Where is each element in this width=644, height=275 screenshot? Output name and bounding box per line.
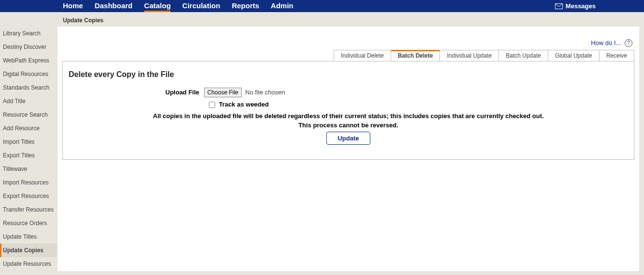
tab-individual-update[interactable]: Individual Update xyxy=(440,50,499,61)
messages-label: Messages xyxy=(566,2,596,10)
panel-title: Delete every Copy in the File xyxy=(69,70,628,79)
help-link[interactable]: How do I... xyxy=(591,39,621,46)
nav-circulation[interactable]: Circulation xyxy=(182,0,220,12)
mail-icon xyxy=(555,3,563,9)
update-button[interactable]: Update xyxy=(326,132,370,145)
top-nav-bar: Home Dashboard Catalog Circulation Repor… xyxy=(0,0,644,12)
breadcrumb: Update Copies xyxy=(0,12,644,27)
sidebar-item-import-titles[interactable]: Import Titles xyxy=(0,135,57,149)
nav-catalog[interactable]: Catalog xyxy=(144,0,171,12)
sidebar-item-resource-orders[interactable]: Resource Orders xyxy=(0,216,57,230)
batch-delete-panel: Delete every Copy in the File Upload Fil… xyxy=(62,61,634,160)
sidebar-item-digital-resources[interactable]: Digital Resources xyxy=(0,67,57,81)
file-status-text: No file chosen xyxy=(245,89,285,96)
main-content: How do I... ? Individual Delete Batch De… xyxy=(57,27,639,271)
subtabs: Individual Delete Batch Delete Individua… xyxy=(62,50,634,61)
nav-admin[interactable]: Admin xyxy=(271,0,293,12)
warning-line-2: This process cannot be reversed. xyxy=(69,122,628,129)
sidebar-item-update-resources[interactable]: Update Resources xyxy=(0,257,57,271)
nav-dashboard[interactable]: Dashboard xyxy=(95,0,132,12)
sidebar-item-update-titles[interactable]: Update Titles xyxy=(0,230,57,244)
sidebar-item-destiny-discover[interactable]: Destiny Discover xyxy=(0,40,57,54)
sidebar-item-library-search[interactable]: Library Search xyxy=(0,27,57,40)
track-as-weeded-checkbox[interactable] xyxy=(209,102,215,108)
tab-global-update[interactable]: Global Update xyxy=(548,50,600,61)
warning-line-1: All copies in the uploaded file will be … xyxy=(69,112,628,120)
tab-receive[interactable]: Receive xyxy=(600,50,634,61)
sidebar-item-update-copies[interactable]: Update Copies xyxy=(0,244,57,257)
sidebar-item-import-resources[interactable]: Import Resources xyxy=(0,176,57,189)
sidebar-item-add-resource[interactable]: Add Resource xyxy=(0,122,57,135)
sidebar-item-export-titles[interactable]: Export Titles xyxy=(0,149,57,162)
nav-home[interactable]: Home xyxy=(63,0,83,12)
sidebar-item-transfer-resources[interactable]: Transfer Resources xyxy=(0,203,57,216)
tab-batch-delete[interactable]: Batch Delete xyxy=(391,50,440,61)
messages-link[interactable]: Messages xyxy=(555,0,596,12)
upload-file-label: Upload File xyxy=(165,89,199,96)
tab-batch-update[interactable]: Batch Update xyxy=(499,50,548,61)
sidebar-item-export-resources[interactable]: Export Resources xyxy=(0,189,57,203)
sidebar-item-webpath-express[interactable]: WebPath Express xyxy=(0,54,57,67)
tab-individual-delete[interactable]: Individual Delete xyxy=(334,50,391,61)
sidebar-item-add-title[interactable]: Add Title xyxy=(0,94,57,108)
track-as-weeded-label: Track as weeded xyxy=(219,101,269,108)
sidebar-item-resource-search[interactable]: Resource Search xyxy=(0,108,57,122)
nav-reports[interactable]: Reports xyxy=(232,0,259,12)
sidebar-item-titlewave[interactable]: Titlewave xyxy=(0,162,57,176)
choose-file-button[interactable]: Choose File xyxy=(204,88,242,97)
sidebar-item-standards-search[interactable]: Standards Search xyxy=(0,81,57,94)
sidebar: Library Search Destiny Discover WebPath … xyxy=(0,27,57,271)
help-icon[interactable]: ? xyxy=(625,39,632,47)
